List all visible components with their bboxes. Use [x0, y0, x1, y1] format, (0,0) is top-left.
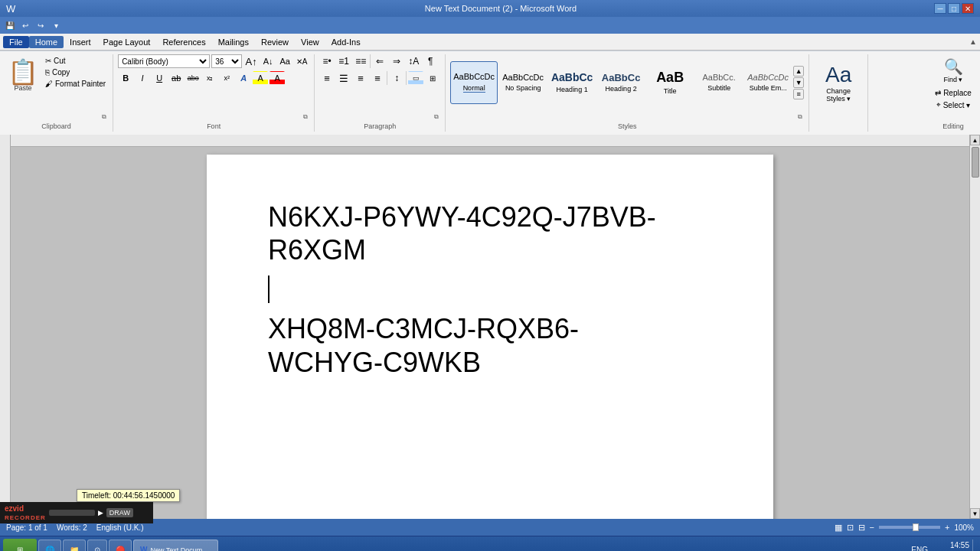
style-no-spacing[interactable]: AaBbCcDc No Spacing: [499, 61, 547, 104]
increase-indent-button[interactable]: ⇒: [389, 54, 404, 68]
change-styles-button[interactable]: Aa ChangeStyles ▾: [814, 61, 863, 104]
align-center-button[interactable]: ☰: [336, 71, 351, 85]
taskbar-ie[interactable]: 🌐: [38, 540, 61, 552]
style-heading2[interactable]: AaBbCc Heading 2: [597, 61, 645, 104]
customize-qat-button[interactable]: ▾: [49, 19, 63, 31]
paste-icon: 📋: [8, 60, 38, 84]
clipboard-expand-button[interactable]: ⧉: [102, 113, 109, 121]
tab-home[interactable]: Home: [29, 36, 64, 48]
font-size-select[interactable]: 36: [211, 54, 242, 68]
multilevel-button[interactable]: ≡≡: [353, 54, 368, 68]
scroll-track[interactable]: [970, 145, 980, 508]
font-expand-button[interactable]: ⧉: [303, 113, 311, 121]
style-subtle-em[interactable]: AaBbCcDc Subtle Em...: [744, 61, 792, 104]
find-button[interactable]: 🔍 Find ▾: [931, 54, 975, 86]
scroll-up-button[interactable]: ▲: [970, 135, 980, 145]
numbering-button[interactable]: ≡1: [336, 54, 351, 68]
style-subtitle[interactable]: AaBbCc. Subtitle: [695, 61, 743, 104]
text-effects-button[interactable]: A: [236, 71, 251, 85]
paste-button[interactable]: 📋 Paste: [5, 54, 41, 97]
clear-formatting-button[interactable]: ✕A: [294, 54, 309, 68]
tab-view[interactable]: View: [295, 36, 325, 48]
underline-button[interactable]: U: [152, 71, 167, 85]
minimize-button[interactable]: ─: [934, 3, 946, 14]
align-right-button[interactable]: ≡: [353, 71, 368, 85]
zoom-in-button[interactable]: +: [945, 523, 949, 532]
shrink-font-button[interactable]: A↓: [260, 54, 276, 68]
styles-more-button[interactable]: ≡: [793, 89, 804, 99]
tab-references[interactable]: References: [156, 36, 211, 48]
styles-scroll-up-button[interactable]: ▲: [793, 66, 804, 77]
tab-file[interactable]: File: [3, 36, 29, 48]
style-title[interactable]: AaB Title: [646, 61, 694, 104]
font-color-button[interactable]: A: [270, 71, 285, 85]
bullets-button[interactable]: ≡•: [319, 54, 335, 68]
scroll-down-button[interactable]: ▼: [970, 508, 980, 519]
show-formatting-button[interactable]: ¶: [423, 54, 438, 68]
styles-scroll-down-button[interactable]: ▼: [793, 77, 804, 88]
paragraph-expand-button[interactable]: ⧉: [434, 113, 442, 121]
vertical-scrollbar[interactable]: ▲ ▼: [969, 135, 980, 519]
justify-button[interactable]: ≡: [370, 71, 385, 85]
maximize-button[interactable]: □: [948, 3, 960, 14]
taskbar-ball[interactable]: 🔴: [109, 540, 132, 552]
ezvid-draw-button[interactable]: DRAW: [106, 508, 133, 517]
close-button[interactable]: ✕: [962, 3, 974, 14]
scroll-thumb[interactable]: [972, 147, 979, 178]
find-icon: 🔍: [944, 57, 963, 76]
change-case-button[interactable]: Aa: [277, 54, 292, 68]
tab-insert[interactable]: Insert: [64, 36, 97, 48]
font-family-select[interactable]: Calibri (Body): [118, 54, 210, 68]
view-mode-full-button[interactable]: ⊡: [847, 523, 854, 533]
view-mode-web-button[interactable]: ⊟: [858, 523, 865, 533]
redo-qat-button[interactable]: ↪: [34, 19, 47, 31]
format-painter-button[interactable]: 🖌 Format Painter: [43, 79, 108, 89]
zoom-thumb: [913, 523, 919, 531]
grow-font-button[interactable]: A↑: [243, 54, 259, 68]
double-strikethrough-button[interactable]: abo: [185, 71, 201, 85]
show-desktop-button[interactable]: [972, 540, 977, 552]
highlight-color-button[interactable]: A: [253, 71, 268, 85]
tab-addins[interactable]: Add-Ins: [325, 36, 367, 48]
zoom-out-button[interactable]: −: [870, 523, 874, 532]
decrease-indent-button[interactable]: ⇐: [372, 54, 387, 68]
cut-button[interactable]: ✂ Cut: [43, 56, 108, 66]
copy-button[interactable]: ⎘ Copy: [43, 67, 108, 77]
view-mode-print-button[interactable]: ▦: [835, 523, 842, 533]
save-qat-button[interactable]: 💾: [3, 19, 17, 31]
word-page[interactable]: N6KXJ-P6YWY-4C92Q-J7BVB- R6XGM XHQ8M-C3M…: [207, 155, 773, 519]
styles-expand-button[interactable]: ⧉: [798, 113, 805, 121]
paragraph-group-label: Paragraph: [315, 122, 445, 130]
shading-button[interactable]: ▭: [408, 71, 423, 85]
line-spacing-button[interactable]: ↕: [389, 71, 404, 85]
borders-button[interactable]: ⊞: [425, 71, 440, 85]
tab-mailings[interactable]: Mailings: [212, 36, 255, 48]
horizontal-ruler: [11, 135, 969, 147]
italic-button[interactable]: I: [135, 71, 150, 85]
ezvid-cursor: ▶: [98, 509, 103, 517]
subscript-button[interactable]: x₂: [202, 71, 217, 85]
document-canvas[interactable]: N6KXJ-P6YWY-4C92Q-J7BVB- R6XGM XHQ8M-C3M…: [11, 147, 969, 519]
style-normal[interactable]: AaBbCcDc Normal: [450, 61, 498, 104]
sort-button[interactable]: ↕A: [406, 54, 421, 68]
style-h2-preview: AaBbCc: [602, 72, 641, 84]
bold-button[interactable]: B: [118, 71, 133, 85]
zoom-slider[interactable]: [879, 526, 940, 529]
undo-qat-button[interactable]: ↩: [18, 19, 32, 31]
select-button[interactable]: ⌖ Select ▾: [934, 99, 973, 110]
tab-page-layout[interactable]: Page Layout: [97, 36, 157, 48]
taskbar-chrome[interactable]: ⊙: [87, 540, 107, 552]
align-left-button[interactable]: ≡: [319, 71, 335, 85]
taskbar-explorer[interactable]: 📁: [63, 540, 86, 552]
change-styles-group: Aa ChangeStyles ▾: [809, 54, 868, 132]
superscript-button[interactable]: x²: [219, 71, 234, 85]
tab-review[interactable]: Review: [255, 36, 295, 48]
strikethrough-button[interactable]: ab: [168, 71, 184, 85]
ribbon-collapse-button[interactable]: ▲: [969, 37, 977, 46]
replace-button[interactable]: ⇄ Replace: [933, 88, 974, 98]
taskbar-word[interactable]: W New Text Document...: [133, 540, 218, 552]
start-button[interactable]: ⊞: [3, 539, 37, 552]
style-heading1[interactable]: AaBbCc Heading 1: [548, 61, 596, 104]
clipboard-group-label: Clipboard: [0, 122, 113, 130]
paste-label: Paste: [14, 84, 31, 92]
